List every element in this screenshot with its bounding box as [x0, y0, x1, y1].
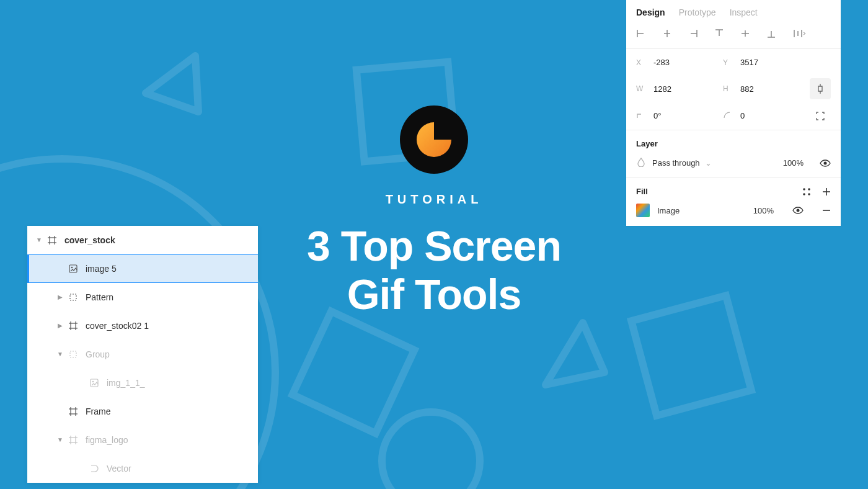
rotation-icon — [636, 110, 646, 121]
prop-rotation[interactable]: 0° — [636, 110, 723, 121]
app-logo — [400, 105, 468, 174]
prop-y[interactable]: Y3517 — [723, 58, 810, 67]
frame-icon — [67, 406, 79, 416]
layer-section-title: Layer — [636, 139, 831, 148]
layer-label: Frame — [86, 406, 110, 416]
distribute-icon[interactable] — [792, 29, 806, 38]
svg-point-46 — [797, 209, 800, 212]
layer-row[interactable]: ▶cover_stock02 1 — [27, 312, 258, 340]
radius-icon — [723, 110, 733, 121]
prop-radius[interactable]: 0 — [723, 110, 810, 121]
blend-mode-value: Pass through — [652, 158, 700, 168]
fill-opacity-input[interactable]: 100% — [753, 206, 774, 215]
image-icon — [67, 264, 79, 274]
inspector-tabs: Design Prototype Inspect — [626, 0, 841, 24]
align-vcenter-icon[interactable] — [740, 29, 750, 38]
layer-row[interactable]: img_1_1_ — [27, 369, 258, 397]
vector-icon — [88, 464, 100, 473]
group-icon — [67, 292, 79, 302]
frame-icon — [46, 235, 58, 245]
layer-label: figma_logo — [86, 435, 128, 445]
align-top-icon[interactable] — [714, 29, 724, 38]
prop-h[interactable]: H882 — [723, 84, 810, 94]
layer-label: img_1_1_ — [107, 378, 145, 388]
svg-marker-0 — [146, 56, 198, 112]
remove-fill-icon[interactable] — [822, 206, 831, 215]
frame-icon — [67, 321, 79, 331]
layer-label: cover_stock — [64, 235, 115, 245]
layer-label: image 5 — [86, 264, 117, 274]
svg-rect-13 — [70, 351, 76, 357]
frame-icon — [67, 435, 79, 445]
hero-title-line1: 3 Top Screen — [307, 222, 561, 269]
expand-chevron-icon[interactable]: ▶ — [56, 322, 64, 329]
svg-point-39 — [824, 161, 827, 164]
hero: TUTORIAL 3 Top Screen Gif Tools — [217, 105, 651, 318]
layer-row[interactable]: ▼Group — [27, 340, 258, 369]
fill-section: Fill Image 100% — [626, 177, 841, 226]
bg-triangle-2 — [533, 316, 614, 400]
add-fill-icon[interactable] — [822, 187, 831, 196]
tab-inspect[interactable]: Inspect — [730, 7, 758, 17]
align-bottom-icon[interactable] — [766, 29, 776, 38]
inspector-panel: Design Prototype Inspect X-283 Y3517 W12… — [626, 0, 841, 226]
bg-circle-bottom — [378, 408, 484, 489]
tab-prototype[interactable]: Prototype — [679, 7, 716, 17]
position-section: X-283 Y3517 W1282 H882 0° 0 — [626, 48, 841, 130]
layer-label: Group — [86, 349, 110, 359]
fill-section-title: Fill — [636, 187, 648, 196]
image-icon — [88, 378, 100, 388]
layer-row[interactable]: ▶Pattern — [27, 283, 258, 312]
hero-title: 3 Top Screen Gif Tools — [217, 222, 651, 318]
fill-swatch[interactable] — [636, 204, 650, 217]
layer-label: Vector — [107, 464, 131, 473]
blend-mode-icon — [636, 157, 646, 169]
hero-title-line2: Gif Tools — [347, 271, 521, 318]
expand-chevron-icon[interactable]: ▶ — [56, 294, 64, 300]
prop-w[interactable]: W1282 — [636, 84, 723, 94]
svg-point-43 — [808, 193, 810, 195]
layer-opacity-input[interactable]: 100% — [783, 158, 804, 168]
prop-x[interactable]: X-283 — [636, 58, 723, 67]
group-icon — [67, 349, 79, 359]
svg-rect-8 — [70, 294, 76, 300]
layer-label: Pattern — [86, 292, 113, 302]
svg-point-7 — [71, 267, 73, 269]
layer-row[interactable]: image 5 — [27, 254, 258, 283]
svg-point-15 — [92, 380, 94, 382]
layer-row[interactable]: Vector — [27, 454, 258, 483]
align-right-icon[interactable] — [688, 29, 698, 38]
layer-row[interactable]: ▼figma_logo — [27, 426, 258, 454]
fill-type-label: Image — [657, 206, 680, 215]
blend-mode-select[interactable]: Pass through ⌄ — [652, 158, 777, 168]
layer-section: Layer Pass through ⌄ 100% — [626, 130, 841, 177]
layer-row[interactable]: Frame — [27, 397, 258, 426]
align-hcenter-icon[interactable] — [662, 29, 672, 38]
expand-chevron-icon[interactable]: ▼ — [35, 236, 43, 243]
chevron-down-icon: ⌄ — [705, 158, 712, 168]
svg-point-41 — [808, 188, 810, 191]
layer-row[interactable]: ▼cover_stock — [27, 226, 258, 254]
independent-corners-button[interactable] — [815, 111, 825, 121]
svg-marker-1 — [546, 323, 604, 385]
layers-panel: ▼cover_stockimage 5▶Pattern▶cover_stock0… — [27, 226, 258, 483]
fill-styles-icon[interactable] — [802, 187, 811, 196]
constrain-proportions-button[interactable] — [810, 78, 831, 99]
svg-point-42 — [803, 193, 805, 195]
svg-point-40 — [803, 188, 805, 191]
hero-subtitle: TUTORIAL — [217, 192, 651, 207]
tab-design[interactable]: Design — [636, 7, 665, 17]
fill-visibility-eye-icon[interactable] — [792, 206, 804, 215]
visibility-eye-icon[interactable] — [820, 159, 831, 168]
alignment-row — [626, 24, 841, 48]
expand-chevron-icon[interactable]: ▼ — [56, 436, 64, 443]
expand-chevron-icon[interactable]: ▼ — [56, 351, 64, 357]
layer-label: cover_stock02 1 — [86, 321, 149, 331]
align-left-icon[interactable] — [636, 29, 646, 38]
